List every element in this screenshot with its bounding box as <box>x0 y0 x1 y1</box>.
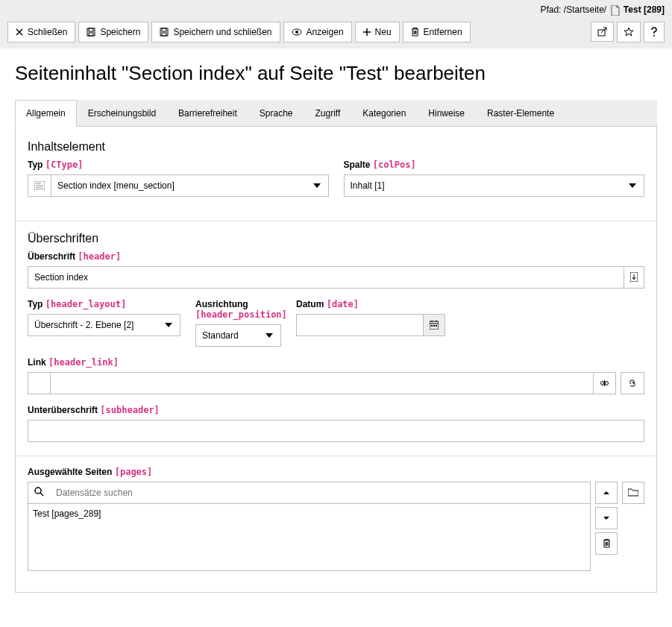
remove-item-button[interactable] <box>595 532 618 555</box>
star-icon <box>624 27 634 37</box>
save-close-icon <box>160 28 169 37</box>
tab-access[interactable]: Zugriff <box>304 100 352 127</box>
svg-rect-4 <box>162 28 166 31</box>
tab-categories[interactable]: Kategorien <box>351 100 417 127</box>
svg-point-7 <box>295 31 298 34</box>
link-prefix-icon <box>28 372 50 394</box>
tab-accessibility[interactable]: Barrierefreiheit <box>167 100 248 127</box>
type-select[interactable]: Section index [menu_section] <box>51 174 329 197</box>
date-label: Datum [date] <box>296 299 445 309</box>
column-select[interactable]: Inhalt [1] <box>344 174 645 197</box>
trash-icon <box>411 28 419 37</box>
tabs: Allgemein Erscheinungsbild Barrierefreih… <box>15 100 657 127</box>
svg-rect-2 <box>89 33 93 36</box>
header-link-label: Link [header_link] <box>28 357 644 368</box>
header-layout-select[interactable]: Überschrift - 2. Ebene [2] <box>28 314 180 336</box>
svg-point-26 <box>35 488 41 494</box>
plus-icon <box>363 28 371 36</box>
chevron-up-icon <box>603 490 610 496</box>
folder-icon <box>628 488 638 497</box>
close-icon <box>16 28 23 36</box>
save-close-button[interactable]: Speichern und schließen <box>151 22 280 42</box>
breadcrumb: Pfad: /Startseite/ Test [289] <box>7 4 665 16</box>
header-position-select[interactable]: Standard <box>195 324 281 347</box>
delete-button[interactable]: Entfernen <box>403 22 471 42</box>
records-list[interactable]: Test [pages_289] <box>28 504 591 571</box>
header-layout-label: Typ [header_layout] <box>28 299 180 309</box>
chevron-down-icon <box>603 515 610 521</box>
svg-rect-5 <box>162 33 166 36</box>
tab-appearance[interactable]: Erscheinungsbild <box>77 100 167 127</box>
header-wizard-icon[interactable] <box>624 266 644 289</box>
svg-line-27 <box>40 493 43 496</box>
section-headlines: Überschriften <box>28 232 644 245</box>
page-title: Seiteninhalt "Section index" auf Seite "… <box>15 62 657 85</box>
save-icon <box>87 28 95 37</box>
svg-rect-1 <box>89 28 93 31</box>
toolbar: Schließen Speichern Speichern und schlie… <box>7 22 665 42</box>
move-up-button[interactable] <box>595 482 618 504</box>
browse-button[interactable] <box>622 482 644 504</box>
pages-label: Ausgewählte Seiten [pages] <box>28 467 644 477</box>
tab-notes[interactable]: Hinweise <box>417 100 476 127</box>
new-button[interactable]: Neu <box>355 22 400 42</box>
subheader-input[interactable] <box>28 420 644 442</box>
share-icon <box>597 27 607 37</box>
svg-rect-20 <box>433 325 435 327</box>
column-label: Spalte [colPos] <box>344 160 645 170</box>
search-icon <box>28 482 50 504</box>
trash-icon <box>603 539 611 548</box>
close-button[interactable]: Schließen <box>7 22 75 42</box>
calendar-icon[interactable] <box>424 314 445 336</box>
bookmark-button[interactable] <box>617 22 641 42</box>
share-button[interactable] <box>591 22 614 42</box>
subheader-label: Unterüberschrift [subheader] <box>28 405 644 415</box>
breadcrumb-current: Test [289] <box>624 4 665 15</box>
page-icon <box>611 5 620 16</box>
svg-rect-21 <box>436 325 437 327</box>
breadcrumb-root[interactable]: /Startseite/ <box>564 4 606 15</box>
move-down-button[interactable] <box>595 507 618 529</box>
type-label: Typ [CType] <box>28 160 329 170</box>
date-input[interactable] <box>296 314 424 336</box>
records-search-input[interactable] <box>50 482 591 504</box>
link-browser-button[interactable] <box>621 372 644 394</box>
header-label: Überschrift [header] <box>28 251 644 262</box>
list-item[interactable]: Test [pages_289] <box>33 508 585 519</box>
tab-language[interactable]: Sprache <box>248 100 304 127</box>
tab-grid[interactable]: Raster-Elemente <box>476 100 565 127</box>
content-type-icon <box>28 174 51 197</box>
breadcrumb-label: Pfad: <box>540 4 561 15</box>
header-input[interactable] <box>28 266 624 289</box>
header-link-input[interactable] <box>50 372 594 394</box>
link-toggle-icon[interactable] <box>594 372 616 394</box>
svg-rect-19 <box>431 325 433 327</box>
svg-point-9 <box>653 35 655 37</box>
save-button[interactable]: Speichern <box>78 22 148 42</box>
view-button[interactable]: Anzeigen <box>283 22 352 42</box>
help-button[interactable] <box>644 22 665 42</box>
header-position-label: Ausrichtung [header_position] <box>195 299 281 320</box>
section-content-element: Inhaltselement <box>28 140 644 154</box>
tab-general[interactable]: Allgemein <box>15 100 77 127</box>
eye-icon <box>292 28 302 36</box>
question-icon <box>650 27 658 37</box>
